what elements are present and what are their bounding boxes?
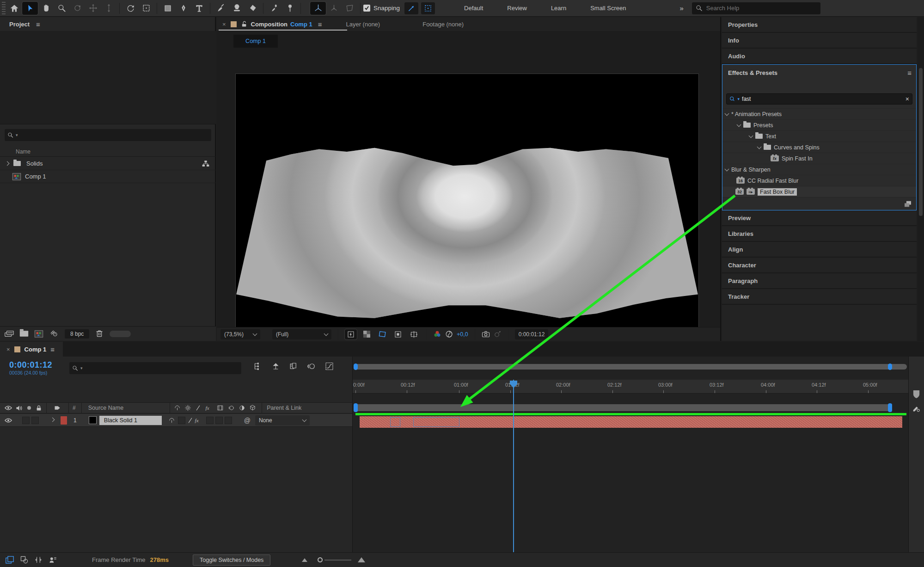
layer-row-black-solid-1[interactable]: 1 Black Solid 1 fx @ None: [0, 414, 352, 427]
frame-blend-cell[interactable]: [206, 417, 214, 424]
number-column-header[interactable]: #: [73, 405, 76, 411]
motion-blur-column-icon[interactable]: [227, 405, 235, 411]
workspace-overflow-chevrons[interactable]: »: [679, 4, 682, 12]
fast-previews-button[interactable]: [345, 329, 357, 339]
panel-paragraph[interactable]: Paragraph: [722, 273, 917, 289]
tree-text-folder[interactable]: Text: [722, 130, 916, 142]
search-dropdown-arrow-icon[interactable]: ▾: [16, 133, 18, 137]
trash-icon[interactable]: [96, 330, 103, 338]
channel-wheels-icon[interactable]: [433, 330, 441, 339]
viewer-panel-menu-icon[interactable]: ≡: [318, 20, 322, 28]
help-search-input[interactable]: [706, 5, 799, 12]
snapshot-camera-icon[interactable]: [482, 331, 490, 338]
panel-info[interactable]: Info: [722, 33, 917, 49]
work-area-bar[interactable]: [353, 403, 909, 413]
toolbar-grip[interactable]: [2, 2, 6, 15]
snap-to-features-button[interactable]: [421, 2, 435, 14]
workspace-review[interactable]: Review: [507, 5, 527, 12]
parent-pickwhip-icon[interactable]: @: [244, 417, 251, 424]
live-update-icon[interactable]: [20, 556, 28, 564]
guides-button[interactable]: [408, 329, 420, 339]
camera-tool[interactable]: [138, 2, 154, 15]
timeline-panel-menu-icon[interactable]: ≡: [50, 345, 55, 353]
motion-blur-icon[interactable]: [307, 362, 316, 370]
type-tool[interactable]: [191, 2, 207, 15]
solo-column-icon[interactable]: [27, 406, 31, 410]
toggle-switches-modes-button[interactable]: Toggle Switches / Modes: [193, 555, 270, 566]
close-tab-icon[interactable]: ×: [6, 346, 10, 353]
panel-align[interactable]: Align: [722, 242, 917, 258]
adjustment-layer-column-icon[interactable]: [239, 405, 245, 411]
in-out-columns-icon[interactable]: [35, 556, 42, 564]
solo-cell[interactable]: [31, 417, 39, 424]
footage-tab[interactable]: Footage (none): [422, 21, 464, 28]
composition-tab-name[interactable]: Comp 1: [290, 21, 312, 28]
panel-libraries[interactable]: Libraries: [722, 226, 917, 242]
region-of-interest-button[interactable]: [376, 329, 388, 339]
sidebar-scrollbar[interactable]: [918, 17, 924, 341]
audio-column-icon[interactable]: [16, 405, 22, 411]
3d-layer-column-icon[interactable]: [249, 405, 256, 411]
rotation-tool[interactable]: [122, 2, 138, 15]
layer-shy-icon[interactable]: [168, 417, 175, 424]
layer-duration-bar[interactable]: [360, 416, 902, 428]
work-area-end-handle[interactable]: [888, 403, 892, 412]
playhead-line[interactable]: [513, 380, 514, 567]
close-tab-icon[interactable]: ×: [222, 21, 226, 28]
transparency-grid-button[interactable]: [361, 329, 373, 339]
help-search[interactable]: [692, 2, 820, 14]
timeline-comp-tab[interactable]: × Comp 1 ≡: [0, 342, 63, 357]
frame-blend-column-icon[interactable]: [217, 405, 224, 411]
workspace-learn[interactable]: Learn: [551, 5, 566, 12]
snapping-checkbox[interactable]: [363, 5, 370, 12]
frame-blending-icon[interactable]: [289, 362, 298, 370]
timeline-horizontal-scrollbar[interactable]: [353, 363, 909, 370]
audio-cell[interactable]: [22, 417, 30, 424]
shy-column-icon[interactable]: [174, 405, 181, 411]
tree-spin-fast-in[interactable]: fx Spin Fast In: [722, 153, 916, 164]
roto-brush-tool[interactable]: [266, 2, 282, 15]
home-button[interactable]: [6, 2, 22, 15]
tree-blur-sharpen[interactable]: Blur & Sharpen: [722, 164, 916, 175]
pan-camera-tool[interactable]: [85, 2, 101, 15]
panel-properties[interactable]: Properties: [722, 17, 917, 33]
layer-quality-icon[interactable]: [187, 417, 193, 424]
exposure-icon[interactable]: [445, 330, 453, 338]
shape-tool[interactable]: [160, 2, 176, 15]
show-snapshot-icon[interactable]: [494, 331, 502, 338]
flowchart-icon[interactable]: [202, 160, 209, 167]
panel-audio[interactable]: Audio: [722, 49, 917, 64]
zoom-in-mountain-icon[interactable]: [358, 557, 365, 562]
eraser-tool[interactable]: [245, 2, 260, 15]
panel-tracker[interactable]: Tracker: [722, 289, 917, 305]
project-search[interactable]: ▾: [5, 129, 211, 141]
tree-fast-box-blur[interactable]: 32 ≡▸ Fast Box Blur: [722, 186, 916, 197]
project-name-column-header[interactable]: Name: [16, 148, 31, 155]
thumbnail-size-slider[interactable]: [110, 331, 131, 337]
source-name-column-header[interactable]: Source Name: [88, 405, 123, 411]
quill-icon[interactable]: [912, 405, 921, 412]
new-folder-icon[interactable]: [20, 331, 28, 337]
layer-name[interactable]: Black Solid 1: [99, 416, 162, 425]
dolly-camera-tool[interactable]: [101, 2, 116, 15]
lock-column-icon[interactable]: [36, 405, 42, 411]
project-panel-title[interactable]: Project: [9, 21, 30, 28]
draft-3d-icon[interactable]: [271, 362, 280, 370]
tree-curves-and-spins-folder[interactable]: Curves and Spins: [722, 142, 916, 153]
composition-tab-label[interactable]: Composition: [251, 21, 288, 28]
effects-column-icon[interactable]: fx: [205, 405, 213, 411]
workspace-default[interactable]: Default: [464, 5, 483, 12]
parent-link-column-header[interactable]: Parent & Link: [267, 405, 301, 411]
work-area-start-handle[interactable]: [354, 403, 358, 412]
label-column-icon[interactable]: [54, 405, 61, 411]
workspace-small-screen[interactable]: Small Screen: [590, 5, 626, 12]
timeline-search[interactable]: ▾: [69, 362, 241, 374]
effects-presets-title[interactable]: Effects & Presets: [728, 69, 777, 76]
brush-tool[interactable]: [213, 2, 229, 15]
collapse-transformations-column-icon[interactable]: [184, 405, 191, 411]
tree-presets-folder[interactable]: Presets: [722, 119, 916, 130]
new-panel-icon[interactable]: [904, 201, 912, 207]
mask-visibility-button[interactable]: [392, 329, 404, 339]
timeline-search-input[interactable]: [85, 365, 239, 371]
new-composition-icon[interactable]: [34, 330, 43, 338]
